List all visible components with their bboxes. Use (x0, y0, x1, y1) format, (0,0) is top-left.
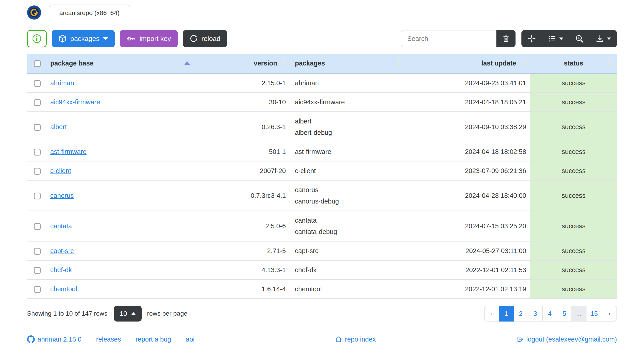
package-base-link[interactable]: chemtool (50, 285, 77, 293)
toggle-view-button[interactable] (522, 30, 542, 47)
table-tools-group (522, 30, 617, 47)
package-base-link[interactable]: albert (50, 123, 67, 130)
releases-link[interactable]: releases (96, 336, 121, 343)
package-version: 2.5.0-6 (246, 211, 291, 241)
package-list: ast-firmware (291, 142, 428, 161)
packages-dropdown-button[interactable]: packages (52, 30, 115, 47)
package-base-link[interactable]: ahriman (50, 79, 74, 87)
table-row: chemtool1.6.14-4chemtool2022-12-01 02:13… (27, 280, 617, 298)
delete-button[interactable] (496, 30, 516, 47)
column-header-package-base[interactable]: package base (48, 54, 246, 73)
status-badge: success (530, 92, 617, 112)
package-base-link[interactable]: chef-dk (50, 266, 72, 274)
column-header-last-update-label: last update (482, 60, 516, 67)
package-list: cantatacantata-debug (291, 211, 428, 241)
row-checkbox[interactable] (34, 223, 41, 230)
import-key-button-label: import key (140, 35, 171, 42)
fullscreen-search-button[interactable] (569, 30, 590, 47)
column-header-last-update[interactable]: last update (428, 54, 530, 73)
pagination-ellipsis[interactable]: ... (572, 306, 586, 322)
package-base-link[interactable]: canorus (50, 192, 74, 199)
package-list: chemtool (291, 280, 428, 298)
footer-links: ahriman 2.15.0 releases report a bug api… (27, 328, 617, 350)
package-cube-icon (58, 34, 67, 43)
package-name: capt-src (295, 246, 428, 255)
status-badge: success (530, 280, 617, 298)
api-label: api (186, 336, 194, 343)
package-name: canorus-debug (295, 197, 428, 206)
releases-label: releases (96, 336, 121, 343)
tab-repository-label: arcanisrepo (x86_64) (59, 9, 120, 16)
package-list: chef-dk (291, 260, 428, 280)
table-footer: Showing 1 to 10 of 147 rows 10 rows per … (27, 306, 617, 322)
last-update: 2024-04-18 18:05:21 (428, 92, 530, 112)
package-name: ahriman (295, 78, 428, 88)
list-columns-icon (548, 34, 556, 43)
row-checkbox[interactable] (34, 124, 41, 131)
info-button[interactable] (27, 30, 46, 47)
row-checkbox[interactable] (34, 248, 41, 255)
column-header-status[interactable]: status (530, 54, 617, 73)
sort-icon (282, 60, 287, 66)
column-header-status-label: status (564, 60, 583, 67)
chevron-down-icon (607, 38, 611, 40)
package-base-link[interactable]: aic94xx-firmware (50, 98, 100, 106)
row-checkbox[interactable] (34, 192, 41, 200)
page-size-dropdown-button[interactable]: 10 (114, 306, 142, 322)
pagination-next-button[interactable]: › (602, 306, 617, 322)
reload-icon (190, 34, 198, 43)
row-checkbox[interactable] (34, 168, 41, 175)
package-version: 0.26.3-1 (246, 112, 291, 142)
search-input[interactable] (401, 30, 496, 47)
logout-link[interactable]: logout (esalexeev@gmail.com) (516, 336, 617, 343)
app-logo (27, 6, 41, 20)
status-badge: success (530, 241, 617, 260)
pagination-previous-button[interactable]: ‹ (484, 306, 499, 322)
select-all-checkbox[interactable] (34, 60, 41, 67)
status-badge: success (530, 142, 617, 161)
package-name: cantata-debug (295, 227, 428, 236)
repo-index-label: repo index (345, 336, 376, 343)
last-update: 2024-09-10 03:38:29 (428, 112, 530, 142)
github-icon (27, 336, 35, 343)
status-badge: success (530, 211, 617, 241)
package-name: chemtool (295, 284, 428, 294)
package-version: 0.7.3rc3-4.1 (246, 180, 291, 211)
packages-table: package base version packages last updat… (27, 54, 617, 299)
table-row: ahriman2.15.0-1ahriman2024-09-23 03:41:0… (27, 73, 617, 92)
arrows-move-icon (527, 34, 536, 43)
last-update: 2024-04-18 18:02:58 (428, 142, 530, 161)
github-version-link[interactable]: ahriman 2.15.0 (27, 336, 82, 343)
package-base-link[interactable]: c-client (50, 167, 71, 174)
last-update: 2024-05-27 03:11:00 (428, 241, 530, 260)
pagination-page-4[interactable]: 4 (542, 306, 557, 322)
row-checkbox[interactable] (34, 149, 41, 156)
package-version: 2.15.0-1 (246, 73, 291, 92)
package-base-link[interactable]: ast-firmware (50, 148, 87, 155)
tab-repository[interactable]: arcanisrepo (x86_64) (49, 4, 130, 21)
pagination-page-3[interactable]: 3 (528, 306, 543, 322)
export-dropdown-button[interactable] (590, 30, 617, 47)
column-header-package-base-label: package base (50, 60, 94, 67)
package-base-link[interactable]: cantata (50, 222, 72, 230)
last-update: 2022-12-01 02:11:53 (428, 260, 530, 280)
row-checkbox[interactable] (34, 80, 41, 87)
reload-button[interactable]: reload (183, 30, 227, 47)
pagination-page-2[interactable]: 2 (513, 306, 528, 322)
row-checkbox[interactable] (34, 267, 41, 274)
package-base-link[interactable]: capt-src (50, 247, 74, 254)
import-key-button[interactable]: import key (120, 30, 178, 47)
column-header-version[interactable]: version (246, 54, 291, 73)
repo-index-link[interactable]: repo index (335, 336, 376, 343)
api-link[interactable]: api (186, 336, 194, 343)
report-bug-link[interactable]: report a bug (136, 336, 171, 343)
sort-icon (524, 60, 528, 66)
pagination-page-1[interactable]: 1 (499, 306, 514, 322)
pagination-page-5[interactable]: 5 (557, 306, 572, 322)
columns-dropdown-button[interactable] (542, 30, 569, 47)
row-checkbox[interactable] (34, 99, 41, 106)
pagination-page-15[interactable]: 15 (586, 306, 602, 322)
row-checkbox[interactable] (34, 286, 41, 293)
zoom-in-icon (575, 34, 584, 43)
column-header-packages[interactable]: packages (291, 54, 428, 73)
